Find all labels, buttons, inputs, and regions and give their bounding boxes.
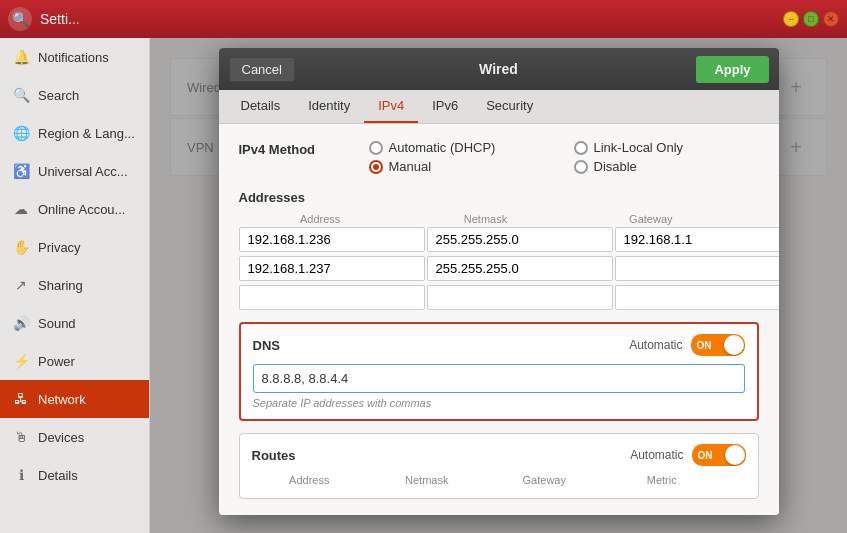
main-window: 🔍 Setti... – □ ✕ 🔔 Notifications 🔍 Searc… <box>0 0 847 533</box>
privacy-icon: ✋ <box>12 238 30 256</box>
sidebar-label-universal: Universal Acc... <box>38 164 128 179</box>
sidebar-label-online: Online Accou... <box>38 202 125 217</box>
method-manual[interactable]: Manual <box>369 159 554 174</box>
sidebar-item-network[interactable]: 🖧 Network <box>0 380 149 418</box>
maximize-button[interactable]: □ <box>803 11 819 27</box>
power-icon: ⚡ <box>12 352 30 370</box>
routes-header-row: Routes Automatic ON <box>252 444 746 466</box>
sidebar-item-notifications[interactable]: 🔔 Notifications <box>0 38 149 76</box>
address-1-input[interactable] <box>239 227 425 252</box>
routes-auto-label: Automatic <box>630 448 683 462</box>
gateway-1-input[interactable] <box>615 227 779 252</box>
routes-toggle[interactable]: ON <box>692 444 746 466</box>
method-manual-label: Manual <box>389 159 432 174</box>
sidebar-label-privacy: Privacy <box>38 240 81 255</box>
dns-auto-label: Automatic <box>629 338 682 352</box>
routes-col-netmask: Netmask <box>369 474 485 486</box>
dns-auto-toggle-row: Automatic ON <box>629 334 744 356</box>
dns-hint: Separate IP addresses with commas <box>253 397 745 409</box>
title-bar: 🔍 Setti... – □ ✕ <box>0 0 847 38</box>
sidebar-item-sound[interactable]: 🔊 Sound <box>0 304 149 342</box>
close-button[interactable]: ✕ <box>823 11 839 27</box>
method-local[interactable]: Link-Local Only <box>574 140 759 155</box>
sidebar-label-power: Power <box>38 354 75 369</box>
notifications-icon: 🔔 <box>12 48 30 66</box>
method-dhcp[interactable]: Automatic (DHCP) <box>369 140 554 155</box>
ipv4-method-label: IPv4 Method <box>239 140 369 157</box>
netmask-3-input[interactable] <box>427 285 613 310</box>
address-row-2: ✕ <box>239 256 759 281</box>
search-icon[interactable]: 🔍 <box>8 7 32 31</box>
dns-header-row: DNS Automatic ON <box>253 334 745 356</box>
sidebar: 🔔 Notifications 🔍 Search 🌐 Region & Lang… <box>0 38 150 533</box>
netmask-2-input[interactable] <box>427 256 613 281</box>
sidebar-label-notifications: Notifications <box>38 50 109 65</box>
sidebar-item-privacy[interactable]: ✋ Privacy <box>0 228 149 266</box>
sound-icon: 🔊 <box>12 314 30 332</box>
tab-security[interactable]: Security <box>472 90 547 123</box>
sidebar-item-region[interactable]: 🌐 Region & Lang... <box>0 114 149 152</box>
tab-ipv6[interactable]: IPv6 <box>418 90 472 123</box>
sidebar-item-devices[interactable]: 🖱 Devices <box>0 418 149 456</box>
ipv4-method-section: IPv4 Method Automatic (DHCP) Link-Local … <box>239 140 759 174</box>
address-3-input[interactable] <box>239 285 425 310</box>
method-disable-label: Disable <box>594 159 637 174</box>
sidebar-label-devices: Devices <box>38 430 84 445</box>
tab-identity[interactable]: Identity <box>294 90 364 123</box>
routes-auto-toggle-row: Automatic ON <box>630 444 745 466</box>
dns-toggle[interactable]: ON <box>691 334 745 356</box>
network-icon: 🖧 <box>12 390 30 408</box>
sidebar-item-search[interactable]: 🔍 Search <box>0 76 149 114</box>
modal-overlay: Cancel Wired Apply Details Identity IPv4… <box>150 38 847 533</box>
sidebar-item-online[interactable]: ☁ Online Accou... <box>0 190 149 228</box>
tab-ipv4[interactable]: IPv4 <box>364 90 418 123</box>
cancel-button[interactable]: Cancel <box>229 57 295 82</box>
dns-section: DNS Automatic ON Separate <box>239 322 759 421</box>
sidebar-label-sound: Sound <box>38 316 76 331</box>
routes-toggle-thumb <box>725 445 745 465</box>
col-netmask: Netmask <box>404 213 567 225</box>
minimize-button[interactable]: – <box>783 11 799 27</box>
radio-manual[interactable] <box>369 160 383 174</box>
region-icon: 🌐 <box>12 124 30 142</box>
apply-button[interactable]: Apply <box>696 56 768 83</box>
sidebar-item-universal[interactable]: ♿ Universal Acc... <box>0 152 149 190</box>
sidebar-item-power[interactable]: ⚡ Power <box>0 342 149 380</box>
sharing-icon: ↗ <box>12 276 30 294</box>
gateway-3-input[interactable] <box>615 285 779 310</box>
wired-dialog: Cancel Wired Apply Details Identity IPv4… <box>219 48 779 515</box>
addresses-section: Addresses Address Netmask Gateway <box>239 190 759 310</box>
sidebar-label-region: Region & Lang... <box>38 126 135 141</box>
routes-title: Routes <box>252 448 296 463</box>
routes-toggle-label: ON <box>698 450 713 461</box>
dialog-tabs: Details Identity IPv4 IPv6 Security <box>219 90 779 124</box>
main-panel: Wired ⚙ + VPN ⚙ + <box>150 38 847 533</box>
search-sidebar-icon: 🔍 <box>12 86 30 104</box>
sidebar-item-details[interactable]: ℹ Details <box>0 456 149 494</box>
gateway-2-input[interactable] <box>615 256 779 281</box>
radio-disable[interactable] <box>574 160 588 174</box>
sidebar-label-network: Network <box>38 392 86 407</box>
method-disable[interactable]: Disable <box>574 159 759 174</box>
dns-toggle-label: ON <box>697 340 712 351</box>
details-icon: ℹ <box>12 466 30 484</box>
col-address: Address <box>239 213 402 225</box>
tab-details[interactable]: Details <box>227 90 295 123</box>
dialog-header: Cancel Wired Apply <box>219 48 779 90</box>
dialog-title: Wired <box>479 61 518 77</box>
address-2-input[interactable] <box>239 256 425 281</box>
radio-local[interactable] <box>574 141 588 155</box>
dialog-content: IPv4 Method Automatic (DHCP) Link-Local … <box>219 124 779 515</box>
routes-col-address: Address <box>252 474 368 486</box>
radio-dhcp[interactable] <box>369 141 383 155</box>
col-gateway: Gateway <box>569 213 732 225</box>
method-options: Automatic (DHCP) Link-Local Only Manual <box>369 140 759 174</box>
netmask-1-input[interactable] <box>427 227 613 252</box>
online-icon: ☁ <box>12 200 30 218</box>
addresses-title: Addresses <box>239 190 759 205</box>
sidebar-item-sharing[interactable]: ↗ Sharing <box>0 266 149 304</box>
method-dhcp-label: Automatic (DHCP) <box>389 140 496 155</box>
sidebar-label-details: Details <box>38 468 78 483</box>
dns-input[interactable] <box>253 364 745 393</box>
address-row-3: ✕ <box>239 285 759 310</box>
